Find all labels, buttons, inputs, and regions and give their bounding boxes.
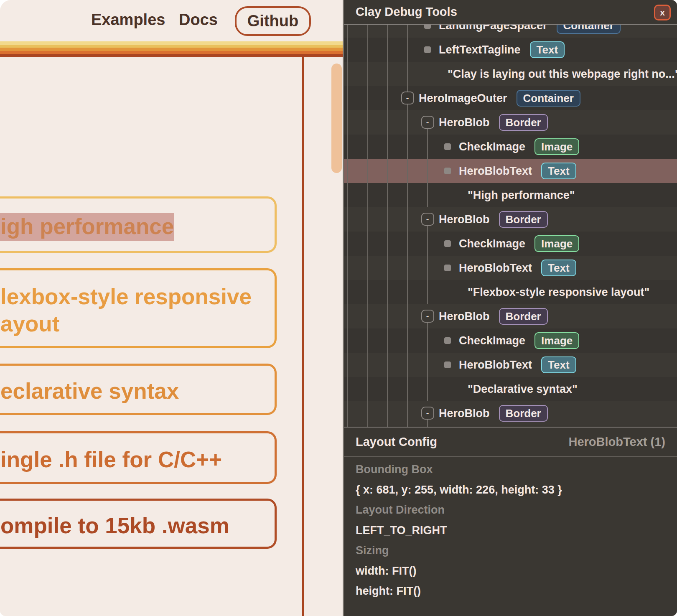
tree-row[interactable]: LeftTextTaglineText — [344, 38, 677, 62]
config-field-value: { x: 681, y: 255, width: 226, height: 33… — [356, 480, 667, 500]
tree-row[interactable]: HeroBlobTextText — [344, 159, 677, 183]
leaf-bullet-icon — [424, 25, 431, 29]
leaf-bullet-icon — [444, 337, 451, 344]
tree-row[interactable]: -HeroBlobBorder — [344, 207, 677, 232]
tree-row[interactable]: HeroBlobTextText — [344, 353, 677, 377]
element-name: LeftTextTagline — [439, 43, 521, 56]
tree-row-string[interactable]: "High performance" — [344, 183, 677, 207]
nav-link-docs[interactable]: Docs — [179, 0, 218, 41]
stripe — [0, 48, 343, 51]
element-name-with-type: LandingPageSpacerContainer — [439, 25, 621, 38]
element-type-badge: Text — [530, 41, 565, 58]
element-name: HeroBlobText — [459, 262, 532, 274]
element-name: HeroBlob — [439, 116, 490, 129]
feature-text: lexbox-style responsive ayout — [0, 280, 252, 337]
tree-row[interactable]: CheckImageImage — [344, 135, 677, 159]
collapse-button[interactable]: - — [421, 310, 434, 323]
element-type-badge: Text — [541, 260, 576, 276]
feature-card: ingle .h file for C/C++ — [0, 431, 277, 484]
config-field-value: width: FIT() — [356, 561, 667, 581]
config-field-value: height: FIT() — [356, 581, 667, 601]
element-name: CheckImage — [459, 334, 525, 347]
tree-indent-guide — [367, 25, 368, 427]
element-name-with-type: HeroBlobTextText — [459, 159, 576, 183]
element-name: CheckImage — [459, 140, 525, 153]
element-name: CheckImage — [459, 237, 525, 250]
element-name-with-type: CheckImageImage — [459, 328, 579, 353]
element-name-with-type: HeroImageOuterContainer — [419, 86, 580, 110]
tree-indent-guide — [347, 25, 348, 427]
tree-row[interactable]: -HeroBlobBorder — [344, 401, 677, 425]
element-name: HeroBlobText — [459, 165, 532, 177]
tree-row[interactable]: HeroBlobTextText — [344, 256, 677, 280]
scrollbar-thumb[interactable] — [331, 64, 342, 173]
vertical-divider — [302, 57, 304, 616]
selection-highlight-overlay — [0, 213, 174, 241]
nav-link-examples[interactable]: Examples — [91, 0, 165, 41]
string-content: "Flexbox-style responsive layout" — [468, 280, 649, 304]
close-icon: x — [660, 8, 665, 18]
collapse-button[interactable]: - — [421, 407, 434, 420]
tree-row-string[interactable]: "Flexbox-style responsive layout" — [344, 280, 677, 304]
leaf-bullet-icon — [444, 168, 451, 174]
webpage-content: Examples Docs Github igh performancelexb… — [0, 0, 343, 616]
tree-row[interactable]: CheckImageImage — [344, 232, 677, 256]
tree-row[interactable]: -HeroBlobBorder — [344, 110, 677, 135]
element-name-with-type: HeroBlobBorder — [439, 207, 548, 232]
collapse-button[interactable]: - — [401, 92, 414, 104]
collapse-button[interactable]: - — [421, 116, 434, 129]
config-field-value: LEFT_TO_RIGHT — [356, 520, 667, 541]
tree-row[interactable]: CheckImageImage — [344, 328, 677, 353]
tree-indent-guide — [407, 104, 408, 427]
leaf-bullet-icon — [444, 240, 451, 247]
app-window: Examples Docs Github igh performancelexb… — [0, 0, 677, 616]
feature-card: ompile to 15kb .wasm — [0, 499, 277, 549]
clay-debug-panel: Clay Debug Tools x LandingPageSpacerCont… — [343, 0, 677, 616]
tree-row[interactable]: LandingPageSpacerContainer — [344, 25, 677, 38]
element-name-with-type: CheckImageImage — [459, 135, 579, 159]
stripe — [0, 54, 343, 57]
feature-text: ingle .h file for C/C++ — [0, 443, 222, 473]
element-type-badge: Text — [541, 163, 576, 179]
element-name-with-type: HeroBlobTextText — [459, 353, 576, 377]
element-tree: LandingPageSpacerContainerLeftTextTaglin… — [344, 25, 677, 427]
layout-config-header: Layout Config HeroBlobText (1) — [344, 428, 677, 456]
leaf-bullet-icon — [444, 143, 451, 150]
layout-config-title: Layout Config — [356, 428, 437, 456]
string-content: "Clay is laying out this webpage right n… — [448, 62, 677, 86]
element-type-badge: Border — [499, 114, 548, 131]
element-type-badge: Border — [499, 211, 548, 228]
element-name: HeroBlob — [439, 310, 490, 323]
feature-text: eclarative syntax — [0, 374, 179, 405]
stripe — [0, 45, 343, 48]
tree-row[interactable]: -HeroImageOuterContainer — [344, 86, 677, 110]
selected-element-ref: HeroBlobText (1) — [569, 428, 665, 456]
leaf-bullet-icon — [424, 46, 431, 53]
element-name-with-type: HeroBlobBorder — [439, 304, 548, 328]
layout-config-body: Bounding Box{ x: 681, y: 255, width: 226… — [356, 459, 667, 601]
element-name: HeroImageOuter — [419, 92, 507, 104]
tree-indent-guide — [407, 25, 408, 92]
tree-row[interactable]: -HeroBlobBorder — [344, 304, 677, 328]
element-name: HeroBlob — [439, 407, 490, 420]
config-field-label: Bounding Box — [356, 459, 667, 480]
element-name-with-type: CheckImageImage — [459, 232, 579, 256]
leaf-bullet-icon — [444, 361, 451, 368]
tree-row-string[interactable]: "Clay is laying out this webpage right n… — [344, 62, 677, 86]
tree-indent-guide — [427, 323, 428, 401]
tree-indent-guide — [427, 226, 428, 304]
tree-row-string[interactable]: "Declarative syntax" — [344, 377, 677, 401]
feature-card: eclarative syntax — [0, 364, 277, 415]
panel-title: Clay Debug Tools — [356, 0, 457, 24]
element-name-with-type: HeroBlobBorder — [439, 401, 548, 425]
element-type-badge: Border — [499, 308, 548, 325]
stripe — [0, 51, 343, 54]
tree-indent-guide — [387, 25, 388, 427]
config-field-label: Sizing — [356, 540, 667, 561]
collapse-button[interactable]: - — [421, 213, 434, 226]
github-button[interactable]: Github — [235, 6, 311, 36]
element-name-with-type: HeroBlobTextText — [459, 256, 576, 280]
layout-config-subseparator — [344, 456, 677, 457]
element-type-badge: Border — [499, 405, 548, 422]
close-button[interactable]: x — [654, 5, 671, 20]
